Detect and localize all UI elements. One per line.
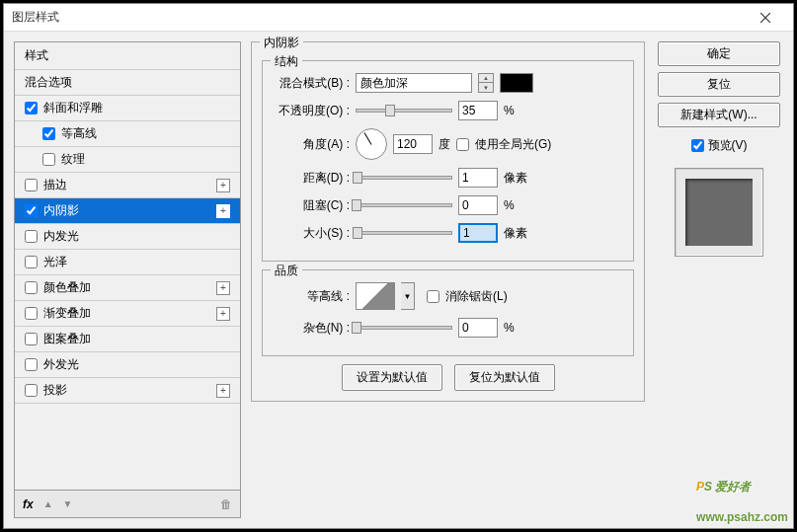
global-light-label: 使用全局光(G) xyxy=(475,136,551,153)
distance-input[interactable] xyxy=(458,168,498,188)
style-label: 渐变叠加 xyxy=(43,305,91,322)
content-area: 样式 混合选项 斜面和浮雕等高线纹理描边+内阴影+内发光光泽颜色叠加+渐变叠加+… xyxy=(4,32,793,528)
style-checkbox[interactable] xyxy=(25,256,38,268)
noise-unit: % xyxy=(504,321,515,335)
watermark: PS 爱好者 www.psahz.com xyxy=(696,467,788,528)
distance-label: 距离(D) : xyxy=(273,170,350,187)
style-checkbox[interactable] xyxy=(25,230,38,243)
style-label: 内阴影 xyxy=(43,202,79,219)
blending-options-label: 混合选项 xyxy=(25,74,72,91)
shadow-color-swatch[interactable] xyxy=(500,73,533,93)
window-title: 图层样式 xyxy=(12,9,746,26)
plus-icon[interactable]: + xyxy=(216,281,230,295)
style-checkbox[interactable] xyxy=(25,307,38,320)
style-checkbox[interactable] xyxy=(25,281,38,294)
style-label: 内发光 xyxy=(43,228,79,245)
style-checkbox[interactable] xyxy=(25,204,38,217)
styles-panel: 样式 混合选项 斜面和浮雕等高线纹理描边+内阴影+内发光光泽颜色叠加+渐变叠加+… xyxy=(14,41,241,518)
blending-options-item[interactable]: 混合选项 xyxy=(15,70,240,96)
choke-slider[interactable] xyxy=(356,203,452,207)
plus-icon[interactable]: + xyxy=(216,204,230,218)
style-checkbox[interactable] xyxy=(25,358,38,371)
style-checkbox[interactable] xyxy=(42,127,55,140)
style-label: 光泽 xyxy=(43,254,67,270)
opacity-slider[interactable] xyxy=(356,109,452,113)
angle-label: 角度(A) : xyxy=(273,136,350,153)
style-item[interactable]: 描边+ xyxy=(15,173,240,198)
distance-unit: 像素 xyxy=(504,170,527,187)
style-item[interactable]: 渐变叠加+ xyxy=(15,301,240,327)
style-checkbox[interactable] xyxy=(25,333,38,345)
angle-input[interactable] xyxy=(393,134,433,154)
fx-menu[interactable]: fx xyxy=(23,497,34,511)
move-up-icon[interactable]: ▲ xyxy=(43,498,53,509)
style-item[interactable]: 光泽 xyxy=(15,250,240,275)
preview-checkbox[interactable] xyxy=(691,139,704,152)
cancel-button[interactable]: 复位 xyxy=(658,72,780,97)
choke-unit: % xyxy=(504,198,515,212)
right-panel: 确定 复位 新建样式(W)... 预览(V) xyxy=(655,41,783,518)
style-checkbox[interactable] xyxy=(42,153,55,166)
style-label: 纹理 xyxy=(61,151,85,168)
style-item[interactable]: 图案叠加 xyxy=(15,327,240,352)
antialias-checkbox[interactable] xyxy=(427,290,439,303)
styles-footer: fx ▲ ▼ 🗑 xyxy=(14,491,241,518)
inner-shadow-group: 内阴影 结构 混合模式(B) : 颜色加深 ▲▼ 不透明 xyxy=(251,41,645,402)
opacity-label: 不透明度(O) : xyxy=(273,103,350,119)
plus-icon[interactable]: + xyxy=(216,384,230,398)
distance-slider[interactable] xyxy=(356,176,452,180)
reset-default-button[interactable]: 复位为默认值 xyxy=(454,364,555,391)
styles-header[interactable]: 样式 xyxy=(15,42,240,70)
style-label: 颜色叠加 xyxy=(43,279,91,296)
style-item[interactable]: 颜色叠加+ xyxy=(15,275,240,301)
trash-icon[interactable]: 🗑 xyxy=(220,497,232,511)
move-down-icon[interactable]: ▼ xyxy=(63,498,73,509)
new-style-button[interactable]: 新建样式(W)... xyxy=(658,103,780,127)
antialias-label: 消除锯齿(L) xyxy=(445,288,508,305)
contour-dropdown-icon[interactable]: ▼ xyxy=(401,282,415,310)
ok-button[interactable]: 确定 xyxy=(658,41,780,66)
style-label: 描边 xyxy=(43,177,67,193)
style-checkbox[interactable] xyxy=(25,384,38,397)
close-button[interactable] xyxy=(746,5,785,31)
style-label: 外发光 xyxy=(43,356,79,373)
global-light-checkbox[interactable] xyxy=(456,138,469,151)
noise-input[interactable] xyxy=(458,318,498,338)
quality-group: 品质 等高线 : ▼ 消除锯齿(L) 杂色(N) : % xyxy=(262,269,634,356)
preview-box xyxy=(675,168,763,257)
noise-slider[interactable] xyxy=(356,326,452,330)
opacity-input[interactable] xyxy=(458,101,498,120)
style-item[interactable]: 内发光 xyxy=(15,224,240,250)
preview-swatch xyxy=(685,179,753,246)
plus-icon[interactable]: + xyxy=(216,179,230,192)
style-label: 图案叠加 xyxy=(43,331,91,347)
settings-panel: 内阴影 结构 混合模式(B) : 颜色加深 ▲▼ 不透明 xyxy=(251,41,645,518)
blend-mode-select[interactable]: 颜色加深 xyxy=(356,73,472,93)
style-item[interactable]: 等高线 xyxy=(15,121,240,147)
make-default-button[interactable]: 设置为默认值 xyxy=(342,364,442,391)
choke-label: 阻塞(C) : xyxy=(273,197,350,214)
style-label: 斜面和浮雕 xyxy=(43,100,103,116)
quality-title: 品质 xyxy=(271,263,302,279)
style-checkbox[interactable] xyxy=(25,179,38,191)
style-label: 等高线 xyxy=(61,125,97,142)
plus-icon[interactable]: + xyxy=(216,307,230,321)
contour-label: 等高线 : xyxy=(273,288,350,305)
styles-list: 样式 混合选项 斜面和浮雕等高线纹理描边+内阴影+内发光光泽颜色叠加+渐变叠加+… xyxy=(14,41,241,491)
blend-mode-spinner[interactable]: ▲▼ xyxy=(478,73,494,93)
style-item[interactable]: 内阴影+ xyxy=(15,198,240,224)
layer-style-dialog: 图层样式 样式 混合选项 斜面和浮雕等高线纹理描边+内阴影+内发光光泽颜色叠加+… xyxy=(3,3,794,529)
style-item[interactable]: 斜面和浮雕 xyxy=(15,96,240,121)
style-checkbox[interactable] xyxy=(25,102,38,114)
style-item[interactable]: 纹理 xyxy=(15,147,240,173)
size-slider[interactable] xyxy=(356,231,452,235)
style-label: 投影 xyxy=(43,382,67,399)
contour-picker[interactable] xyxy=(356,282,395,310)
angle-dial[interactable] xyxy=(356,128,387,160)
blend-mode-label: 混合模式(B) : xyxy=(273,75,350,92)
size-input[interactable] xyxy=(458,223,498,243)
opacity-unit: % xyxy=(504,104,515,117)
style-item[interactable]: 外发光 xyxy=(15,352,240,378)
choke-input[interactable] xyxy=(458,195,498,215)
style-item[interactable]: 投影+ xyxy=(15,378,240,404)
